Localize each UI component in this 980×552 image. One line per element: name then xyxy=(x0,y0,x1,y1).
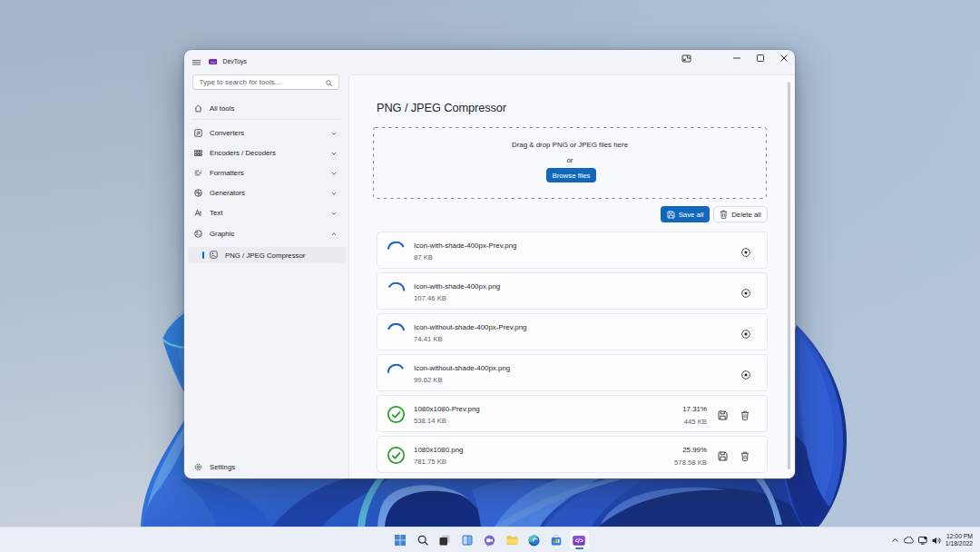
svg-text:</>: </> xyxy=(574,537,583,544)
svg-text:</>: </> xyxy=(211,61,216,64)
